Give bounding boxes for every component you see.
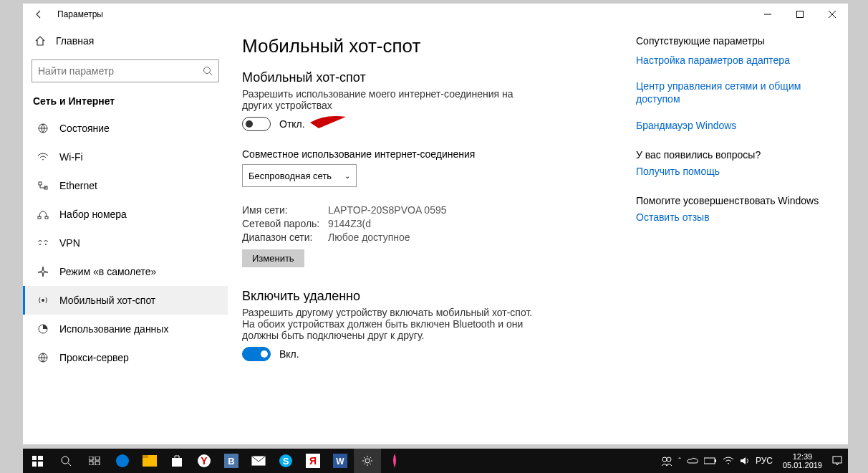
svg-rect-10 bbox=[45, 216, 48, 219]
clock-time: 12:39 bbox=[783, 452, 822, 461]
hotspot-title: Мобильный хот-спот bbox=[242, 70, 629, 85]
svg-rect-22 bbox=[89, 457, 93, 460]
nav-item-label: VPN bbox=[59, 237, 80, 249]
nav-item-label: Wi-Fi bbox=[59, 151, 83, 163]
category-label: Сеть и Интернет bbox=[23, 92, 228, 114]
settings-taskbar-icon[interactable] bbox=[354, 449, 381, 473]
tray-chevron-icon[interactable]: ˆ bbox=[678, 457, 681, 465]
maximize-button[interactable] bbox=[783, 4, 816, 25]
link-firewall[interactable]: Брандмауэр Windows bbox=[636, 119, 822, 132]
nav-item-vpn[interactable]: VPN bbox=[23, 229, 228, 257]
window-title: Параметры bbox=[57, 9, 103, 19]
svg-point-11 bbox=[39, 244, 41, 245]
svg-point-4 bbox=[204, 67, 211, 74]
vk-icon[interactable]: B bbox=[218, 449, 245, 473]
start-button[interactable] bbox=[23, 449, 52, 473]
home-link[interactable]: Главная bbox=[23, 28, 228, 54]
svg-rect-18 bbox=[32, 462, 37, 467]
svg-text:B: B bbox=[228, 456, 234, 467]
edit-button[interactable]: Изменить bbox=[242, 249, 304, 267]
edge-icon[interactable] bbox=[109, 449, 136, 473]
search-input[interactable] bbox=[38, 65, 203, 77]
onedrive-icon[interactable] bbox=[687, 457, 698, 464]
svg-line-21 bbox=[68, 463, 71, 466]
search-box[interactable] bbox=[32, 59, 219, 82]
taskbar-search-icon[interactable] bbox=[52, 449, 80, 473]
remote-title: Включить удаленно bbox=[242, 289, 629, 304]
svg-rect-16 bbox=[32, 456, 37, 460]
minimize-button[interactable] bbox=[751, 4, 783, 25]
wifi-icon bbox=[37, 153, 49, 161]
link-help[interactable]: Получить помощь bbox=[636, 165, 822, 178]
link-adapter[interactable]: Настройка параметров адаптера bbox=[636, 54, 822, 67]
nav-item-data[interactable]: Использование данных bbox=[23, 315, 228, 343]
mail-icon[interactable] bbox=[245, 449, 272, 473]
nav-item-label: Набор номера bbox=[59, 209, 127, 220]
wifi-tray-icon[interactable] bbox=[723, 457, 734, 465]
svg-rect-45 bbox=[715, 459, 716, 462]
nav-item-label: Состояние bbox=[59, 123, 110, 134]
people-icon[interactable] bbox=[661, 455, 672, 467]
clock[interactable]: 12:39 05.01.2019 bbox=[778, 452, 826, 469]
svg-rect-17 bbox=[38, 456, 43, 460]
nav-item-label: Прокси-сервер bbox=[59, 352, 129, 363]
skype-icon[interactable]: S bbox=[272, 449, 299, 473]
net-name-label: Имя сети: bbox=[242, 204, 328, 216]
link-feedback[interactable]: Оставить отзыв bbox=[636, 211, 822, 224]
battery-icon[interactable] bbox=[704, 457, 717, 464]
svg-point-26 bbox=[116, 454, 129, 467]
remote-toggle-label: Вкл. bbox=[279, 348, 299, 360]
annotation-arrow-icon bbox=[303, 114, 346, 131]
nav-item-label: Ethernet bbox=[59, 180, 97, 191]
svg-rect-23 bbox=[95, 457, 100, 460]
hotspot-toggle[interactable] bbox=[242, 117, 271, 131]
yandex-icon[interactable]: Y bbox=[191, 449, 218, 473]
volume-icon[interactable] bbox=[740, 456, 750, 466]
remote-toggle[interactable] bbox=[242, 347, 271, 361]
data-icon bbox=[37, 323, 49, 335]
svg-rect-9 bbox=[38, 216, 41, 219]
nav-item-label: Режим «в самолете» bbox=[59, 266, 156, 277]
nav-item-ethernet[interactable]: Ethernet bbox=[23, 171, 228, 200]
svg-rect-1 bbox=[796, 11, 803, 18]
back-button[interactable] bbox=[23, 4, 54, 25]
svg-rect-29 bbox=[172, 458, 182, 467]
share-dropdown[interactable]: Беспроводная сеть ⌄ bbox=[242, 164, 357, 187]
page-title: Мобильный хот-спот bbox=[242, 35, 629, 57]
action-center-icon[interactable] bbox=[832, 456, 842, 466]
nav-item-airplane[interactable]: Режим «в самолете» bbox=[23, 257, 228, 286]
svg-rect-44 bbox=[704, 458, 715, 464]
nav-item-dialup[interactable]: Набор номера bbox=[23, 200, 228, 229]
svg-text:S: S bbox=[283, 456, 289, 467]
svg-point-20 bbox=[62, 457, 69, 464]
yandex-search-icon[interactable]: Я bbox=[299, 449, 327, 473]
store-icon[interactable] bbox=[163, 449, 191, 473]
search-icon bbox=[203, 66, 213, 76]
explorer-icon[interactable] bbox=[136, 449, 163, 473]
svg-rect-28 bbox=[143, 455, 148, 458]
net-band-label: Диапазон сети: bbox=[242, 231, 328, 243]
svg-point-13 bbox=[42, 299, 44, 302]
titlebar: Параметры bbox=[23, 4, 848, 25]
nav-item-wifi[interactable]: Wi-Fi bbox=[23, 143, 228, 171]
word-icon[interactable]: W bbox=[327, 449, 354, 473]
close-button[interactable] bbox=[816, 4, 848, 25]
remote-desc: Разрешить другому устройству включать мо… bbox=[242, 307, 543, 341]
svg-point-12 bbox=[45, 244, 47, 245]
nav-item-status[interactable]: Состояние bbox=[23, 114, 228, 143]
svg-point-41 bbox=[365, 459, 370, 463]
home-icon bbox=[34, 35, 46, 47]
main-pane: Мобильный хот-спот Мобильный хот-спот Ра… bbox=[228, 25, 848, 444]
feedback-heading: Помогите усовершенствовать Windows bbox=[636, 195, 822, 206]
nav-item-proxy[interactable]: Прокси-сервер bbox=[23, 343, 228, 372]
task-view-icon[interactable] bbox=[80, 449, 109, 473]
nav-item-hotspot[interactable]: Мобильный хот-спот bbox=[23, 286, 228, 315]
nav-item-label: Мобильный хот-спот bbox=[59, 295, 155, 306]
link-sharing-center[interactable]: Центр управления сетями и общим доступом bbox=[636, 80, 822, 105]
svg-point-43 bbox=[667, 457, 671, 462]
svg-text:Я: Я bbox=[309, 455, 317, 467]
paint3d-icon[interactable] bbox=[381, 449, 408, 473]
sidebar: Главная Сеть и Интернет СостояниеWi-FiEt… bbox=[23, 25, 228, 444]
language-indicator[interactable]: РУС bbox=[756, 456, 773, 466]
svg-rect-7 bbox=[39, 182, 42, 185]
